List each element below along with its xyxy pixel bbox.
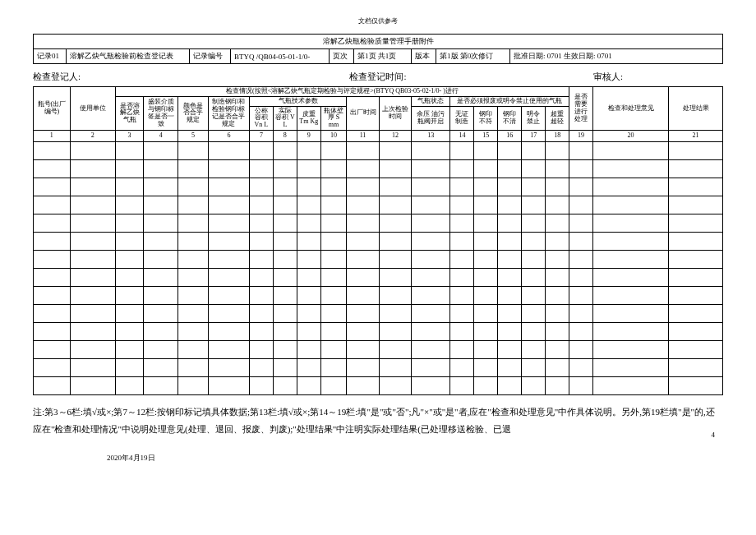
col-mfg-date: 出厂时间 [347, 96, 379, 130]
table-row [34, 268, 723, 286]
col-bottle-no: 瓶号(出厂编号) [34, 87, 71, 131]
coln-5: 5 [178, 130, 209, 141]
col-overlight: 超重超轻 [546, 106, 569, 130]
col-stamp-bad: 钢印不符 [474, 106, 498, 130]
col-state-group: 气瓶状态 [412, 96, 450, 106]
col-act-vol: 实际容积 V L [273, 106, 297, 130]
coln-3: 3 [115, 130, 143, 141]
coln-19: 19 [569, 130, 593, 141]
col-is-acet: 是否溶解乙炔气瓶 [115, 96, 143, 130]
col-need-fill: 是否需要进行处理 [569, 87, 593, 131]
footer-date: 2020年4月19日 [33, 453, 723, 464]
coln-14: 14 [450, 130, 474, 141]
col-stamp-unclear: 钢印不清 [498, 106, 522, 130]
doc-title: 溶解乙炔瓶检验质量管理手册附件 [34, 35, 723, 49]
coln-18: 18 [546, 130, 569, 141]
table-row [34, 178, 723, 196]
coln-1: 1 [34, 130, 71, 141]
col-no-cert: 无证制造 [450, 106, 474, 130]
coln-11: 11 [347, 130, 379, 141]
table-row [34, 304, 723, 322]
coln-13: 13 [412, 130, 450, 141]
hdr-c1: 记录01 [34, 49, 67, 64]
coln-15: 15 [474, 130, 498, 141]
table-row [34, 286, 723, 304]
col-wall: 瓶体壁厚 S mm [320, 106, 347, 130]
check-title: 检查情况(按照<溶解乙炔气瓶定期检验与评定规程>(BTYQ QB03-05-02… [115, 87, 569, 97]
col-residual: 余压 油污 瓶阀开启 [412, 106, 450, 130]
hdr-c6: 第1页 共1页 [354, 49, 412, 64]
col-number-row: 1 2 3 4 5 6 7 8 9 10 11 12 13 14 15 16 1… [34, 130, 723, 141]
table-row [34, 358, 723, 376]
coln-8: 8 [273, 130, 297, 141]
table-row [34, 232, 723, 250]
table-row [34, 196, 723, 214]
col-last-insp: 上次检验时间 [379, 96, 411, 130]
coln-6: 6 [209, 130, 250, 141]
col-user: 使用单位 [70, 87, 115, 131]
col-result: 处理结果 [669, 87, 723, 131]
col-color-ok: 颜色是否合乎规定 [178, 96, 209, 130]
hdr-c8: 第1版 第0次修订 [436, 49, 510, 64]
meta-left: 检查登记人: [33, 71, 263, 83]
coln-7: 7 [249, 130, 273, 141]
header-table: 溶解乙炔瓶检验质量管理手册附件 记录01 溶解乙炔气瓶检验前检查登记表 记录编号… [33, 34, 723, 64]
table-row [34, 322, 723, 340]
hdr-c7: 版本 [412, 49, 436, 64]
meta-center: 检查登记时间: [263, 71, 493, 83]
col-scrap-group: 是否必须报废或明令禁止使用的气瓶 [450, 96, 569, 106]
hdr-c3: 记录编号 [190, 49, 231, 64]
coln-9: 9 [297, 130, 320, 141]
coln-17: 17 [522, 130, 546, 141]
page-number: 4 [712, 431, 716, 439]
main-table: 瓶号(出厂编号) 使用单位 检查情况(按照<溶解乙炔气瓶定期检验与评定规程>(B… [33, 86, 723, 395]
footnote: 注:第3～6栏:填√或×;第7～12栏:按钢印标记填具体数据;第13栏:填√或×… [33, 404, 723, 438]
hdr-c4: BTYQ /QB04-05-01-1/0- [231, 49, 330, 64]
coln-2: 2 [70, 130, 115, 141]
top-note: 文档仅供参考 [33, 16, 723, 25]
col-tare: 皮重 Tm Kg [297, 106, 320, 130]
table-row [34, 340, 723, 358]
col-opinion: 检查和处理意见 [593, 87, 669, 131]
table-row [34, 141, 723, 159]
table-row [34, 250, 723, 268]
hdr-c5: 页次 [330, 49, 354, 64]
coln-20: 20 [593, 130, 669, 141]
hdr-c9: 批准日期: 0701 生效日期: 0701 [510, 49, 723, 64]
col-banned: 明令禁止 [522, 106, 546, 130]
meta-right: 审核人: [493, 71, 723, 83]
col-fill-match: 盛装介质与钢印标签是否一致 [144, 96, 178, 130]
coln-16: 16 [498, 130, 522, 141]
table-row [34, 159, 723, 178]
coln-21: 21 [669, 130, 723, 141]
col-stamp-ok: 制造钢印和检验钢印标记是否合乎规定 [209, 96, 250, 130]
coln-4: 4 [144, 130, 178, 141]
coln-10: 10 [320, 130, 347, 141]
col-tech-group: 气瓶技术参数 [249, 96, 346, 106]
meta-row: 检查登记人: 检查登记时间: 审核人: [33, 71, 723, 83]
table-row [34, 376, 723, 394]
col-nom-vol: 公称容积 Vn L [249, 106, 273, 130]
hdr-c2: 溶解乙炔气瓶检验前检查登记表 [67, 49, 190, 64]
coln-12: 12 [379, 130, 411, 141]
table-row [34, 214, 723, 232]
